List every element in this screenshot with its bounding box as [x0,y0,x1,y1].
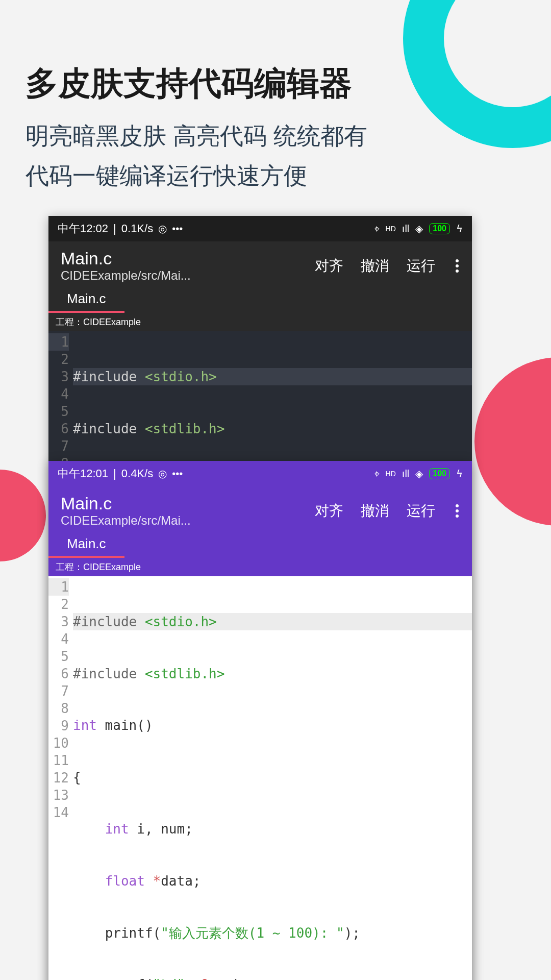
page-title: 多皮肤支持代码编辑器 [26,61,525,106]
align-button[interactable]: 对齐 [315,256,343,276]
more-menu-icon[interactable] [453,504,462,518]
compass-icon: ◎ [158,468,167,480]
status-time: 中午12:01 [58,466,108,481]
wifi-icon: ◈ [415,223,423,235]
run-button[interactable]: 运行 [407,501,435,521]
bluetooth-icon: ⌖ [374,223,380,235]
tab-main-c[interactable]: Main.c [48,533,124,558]
align-button[interactable]: 对齐 [315,501,343,521]
run-button[interactable]: 运行 [407,256,435,276]
code-line: #include <stdio.h> [73,613,472,630]
gutter-light: 1 2 3 4 5 6 7 8 9 10 11 12 13 14 [48,576,73,980]
status-bar-dark: 中午12:02 | 0.1K/s ◎ ••• ⌖ HD ıll ◈ 100 ϟ [48,216,472,241]
code-line: int main() [73,717,472,734]
page-subtitle-2: 代码一键编译运行快速方便 [26,156,525,195]
app-path: CIDEExample/src/Mai... [61,268,191,283]
ellipsis-icon: ••• [172,223,183,235]
wifi-icon: ◈ [415,468,423,480]
charge-icon: ϟ [456,468,463,480]
status-net: 0.1K/s [121,222,153,235]
status-divider: | [113,222,116,235]
app-bar-dark: Main.c CIDEExample/src/Mai... 对齐 撤消 运行 [48,241,472,288]
app-bar-light: Main.c CIDEExample/src/Mai... 对齐 撤消 运行 [48,486,472,533]
tab-row-light: Main.c [48,533,472,558]
code-line: printf("输入元素个数(1 ~ 100): "); [73,924,472,942]
code-line: #include <stdlib.h> [73,420,472,437]
battery-badge: 100 [429,223,450,234]
hd-icon: HD [386,225,396,233]
app-title: Main.c [61,494,191,513]
battery-badge: 100 [429,468,450,479]
tab-main-c[interactable]: Main.c [48,288,124,313]
compass-icon: ◎ [158,223,167,235]
status-divider: | [113,467,116,480]
status-net: 0.4K/s [121,467,153,480]
project-label-light: 工程：CIDEExample [48,558,472,576]
page-subtitle-1: 明亮暗黑皮肤 高亮代码 统统都有 [26,116,525,156]
code-line: int i, num; [73,820,472,838]
code-area-light[interactable]: #include <stdio.h> #include <stdlib.h> i… [73,576,472,980]
project-label-dark: 工程：CIDEExample [48,313,472,331]
code-line: #include <stdlib.h> [73,665,472,682]
signal-icon: ıll [402,223,409,235]
bluetooth-icon: ⌖ [374,468,380,480]
hd-icon: HD [386,470,396,478]
code-line: #include <stdio.h> [73,368,472,385]
charge-icon: ϟ [456,223,463,235]
app-title: Main.c [61,249,191,268]
ellipsis-icon: ••• [172,468,183,480]
status-time: 中午12:02 [58,221,108,236]
editor-light[interactable]: 1 2 3 4 5 6 7 8 9 10 11 12 13 14 #includ… [48,576,472,980]
code-line: float *data; [73,872,472,890]
status-bar-light: 中午12:01 | 0.4K/s ◎ ••• ⌖ HD ıll ◈ 100 ϟ [48,461,472,486]
code-line: scanf("%d", &num); [73,976,472,980]
undo-button[interactable]: 撤消 [361,501,389,521]
signal-icon: ıll [402,468,409,480]
tab-row-dark: Main.c [48,288,472,313]
heading-block: 多皮肤支持代码编辑器 明亮暗黑皮肤 高亮代码 统统都有 代码一键编译运行快速方便 [0,0,551,216]
more-menu-icon[interactable] [453,259,462,273]
phone-light: 中午12:01 | 0.4K/s ◎ ••• ⌖ HD ıll ◈ 100 ϟ … [48,461,472,980]
code-line: { [73,769,472,786]
undo-button[interactable]: 撤消 [361,256,389,276]
app-path: CIDEExample/src/Mai... [61,513,191,528]
